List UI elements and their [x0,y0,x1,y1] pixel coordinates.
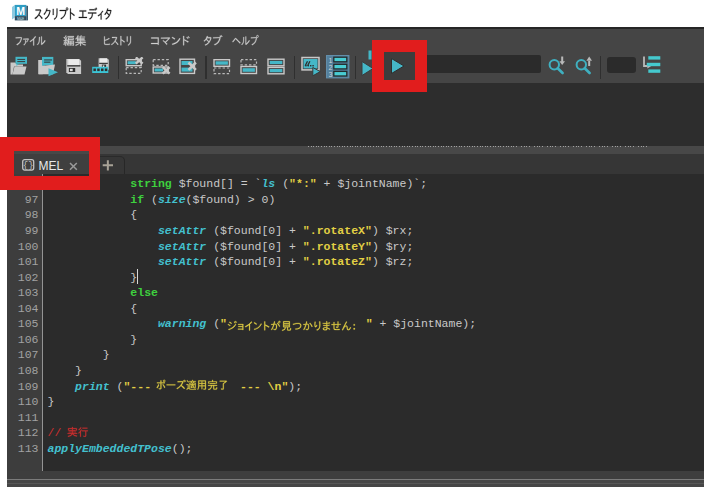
svg-text:M&E: M&E [17,16,25,20]
svg-text:M: M [16,4,25,16]
svg-text:1: 1 [329,57,333,64]
svg-text:3: 3 [329,71,333,78]
